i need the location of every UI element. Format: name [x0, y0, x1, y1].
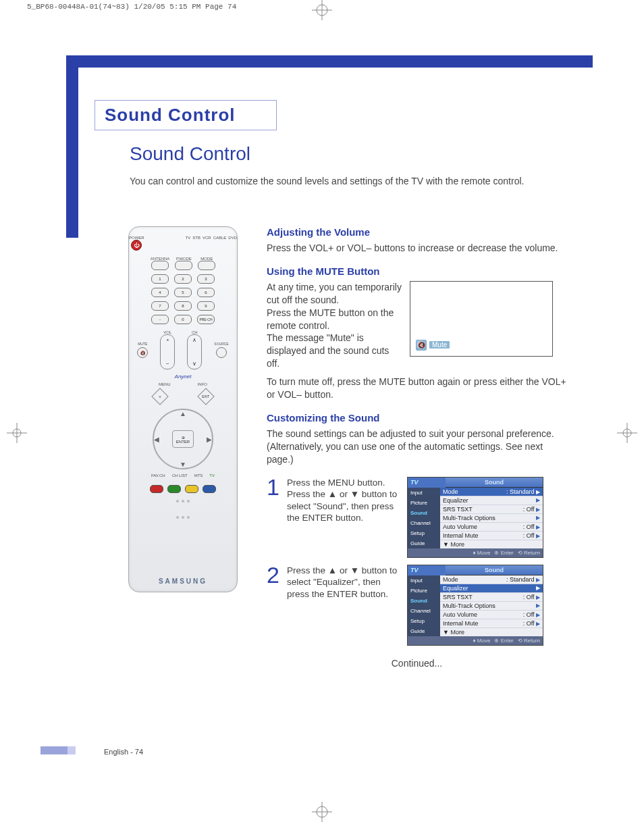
brand-logo: SAMSUNG — [159, 577, 207, 585]
osd2-menu-sound: Sound — [408, 596, 440, 606]
registration-right-icon — [617, 423, 637, 443]
remote-illustration: POWER ⏻ TV STB VCR CABLE DVD ANTENNA P.M… — [128, 226, 238, 592]
src-stb: STB — [192, 236, 200, 251]
num-6: 6 — [197, 288, 215, 297]
tv-label: TV — [209, 473, 215, 478]
osd-menu-channel: Channel — [408, 518, 440, 528]
osd2-footer-move: ♦ Move — [473, 638, 491, 644]
crosshair-top-icon — [312, 0, 332, 20]
body-adjust-volume: Press the VOL+ or VOL– buttons to increa… — [267, 242, 567, 255]
num-4: 4 — [151, 288, 169, 297]
osd2-footer-return: ⟲ Return — [518, 638, 540, 644]
osd2-row-more: ▼ More — [440, 628, 543, 636]
intro-text: You can control and customize the sound … — [130, 176, 535, 186]
num-9: 9 — [197, 301, 215, 311]
section-title: Sound Control — [130, 143, 250, 165]
favch-label: FAV.CH — [151, 473, 165, 478]
antenna-button — [151, 261, 169, 270]
osd-tv-label: TV — [408, 478, 446, 488]
menu-label: MENU — [159, 382, 171, 386]
step-2-number: 2 — [267, 565, 281, 586]
src-tv: TV — [186, 236, 191, 251]
body-mute-2: To turn mute off, press the MUTE button … — [267, 376, 567, 401]
power-icon: ⏻ — [131, 240, 142, 251]
heading-customize: Customizing the Sound — [267, 412, 567, 423]
num-3: 3 — [197, 274, 215, 284]
src-dvd: DVD — [228, 236, 237, 251]
speaker-mute-icon: 🔇 — [416, 340, 427, 351]
mode-button — [198, 261, 215, 270]
mute-osd-screenshot: 🔇 Mute — [410, 281, 553, 357]
osd-row-equalizer: Equalizer▶ — [440, 496, 543, 505]
heading-mute: Using the MUTE Button — [267, 265, 567, 277]
osd-menu-guide: Guide — [408, 538, 440, 548]
yellow-button — [185, 485, 198, 493]
num-5: 5 — [174, 288, 192, 297]
osd-row-intmute: Internal Mute: Off ▶ — [440, 532, 543, 540]
osd-screenshot-1: TV Sound Input Picture Sound Channel Set… — [407, 477, 543, 558]
pmode-button — [175, 261, 192, 270]
osd-menu-sound: Sound — [408, 508, 440, 518]
osd2-menu-input: Input — [408, 575, 440, 586]
blue-button — [203, 485, 216, 493]
mts-label: MTS — [194, 473, 203, 478]
num-dash: - — [151, 315, 169, 324]
osd2-row-srs: SRS TSXT: Off ▶ — [440, 593, 543, 602]
mute-btn-label: MUTE — [138, 342, 147, 346]
vol-rocker: +− — [160, 334, 175, 369]
page-tab-2 — [68, 746, 76, 754]
body-mute-1: At any time, you can temporarily cut off… — [267, 281, 402, 370]
chlist-label: CH LIST — [172, 473, 188, 478]
osd-row-mtrack: Multi-Track Options▶ — [440, 514, 543, 523]
prech-button: PRE-CH — [197, 315, 215, 324]
page-tab — [41, 746, 68, 754]
osd2-row-mtrack: Multi-Track Options▶ — [440, 602, 543, 611]
dpad-left-icon: ◀ — [154, 436, 159, 443]
layout-top-bar — [66, 55, 593, 68]
dpad-down-icon: ▼ — [180, 461, 186, 468]
osd-title: Sound — [446, 478, 543, 488]
osd-row-autovol: Auto Volume: Off ▶ — [440, 523, 543, 532]
osd-menu-setup: Setup — [408, 528, 440, 538]
src-vcr: VCR — [203, 236, 211, 251]
num-7: 7 — [151, 301, 169, 311]
page-number: English - 74 — [104, 748, 143, 756]
enter-button: ⊕ENTER — [172, 430, 194, 448]
num-1: 1 — [151, 274, 169, 284]
num-0: 0 — [174, 315, 192, 324]
red-button — [150, 485, 163, 493]
crosshair-bottom-icon — [312, 802, 332, 822]
remote-dots — [176, 500, 190, 503]
osd-footer-enter: ⊕ Enter — [494, 550, 513, 556]
osd-footer-return: ⟲ Return — [518, 550, 540, 556]
dpad-right-icon: ▶ — [207, 436, 212, 443]
osd2-row-equalizer: Equalizer▶ — [440, 584, 543, 593]
layout-side-bar — [66, 55, 78, 238]
dpad-up-icon: ▲ — [180, 410, 186, 417]
step-1-number: 1 — [267, 477, 281, 498]
dpad: ⊕ENTER ▲ ▼ ◀ ▶ — [153, 409, 213, 469]
osd-row-mode: Mode: Standard ▶ — [440, 488, 543, 496]
step-2-text: Press the ▲ or ▼ button to select "Equal… — [287, 565, 402, 600]
osd2-menu-guide: Guide — [408, 626, 440, 636]
source-button — [216, 347, 227, 358]
osd2-row-mode: Mode: Standard ▶ — [440, 575, 543, 584]
source-label: SOURCE — [214, 342, 228, 346]
info-label: INFO — [198, 382, 207, 386]
osd2-footer-enter: ⊕ Enter — [494, 638, 513, 644]
ch-rocker: ∧∨ — [187, 334, 202, 369]
green-button — [167, 485, 181, 493]
osd2-row-intmute: Internal Mute: Off ▶ — [440, 619, 543, 628]
step-1-text: Press the MENU button. Press the ▲ or ▼ … — [287, 477, 402, 524]
color-buttons — [150, 485, 216, 493]
src-cable: CABLE — [213, 236, 227, 251]
osd-row-srs: SRS TSXT: Off ▶ — [440, 505, 543, 514]
menu-button: ≡ — [151, 388, 168, 405]
mute-indicator-label: Mute — [429, 341, 450, 349]
osd-row-more: ▼ More — [440, 540, 543, 548]
num-8: 8 — [174, 301, 192, 311]
exit-button: EXIT — [197, 388, 214, 405]
osd2-menu-setup: Setup — [408, 616, 440, 626]
continued-text: Continued... — [267, 658, 567, 669]
osd-menu-input: Input — [408, 488, 440, 498]
